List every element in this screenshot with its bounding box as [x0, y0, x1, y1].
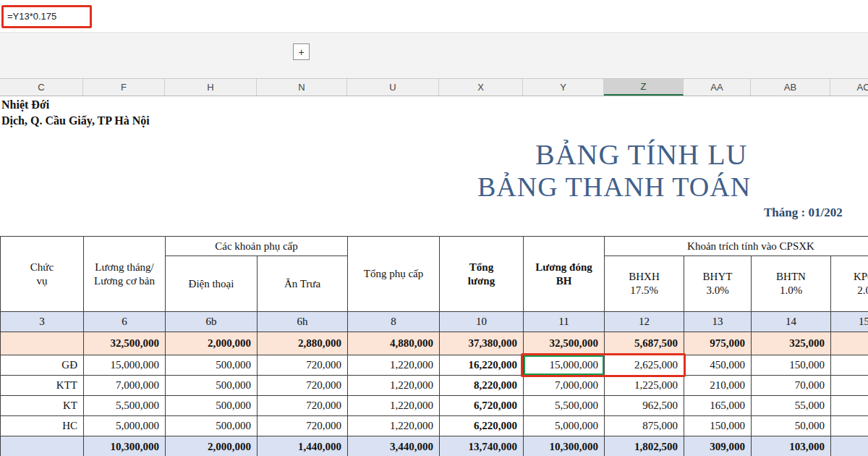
data-cell[interactable]: 6,720,000 — [440, 396, 524, 416]
header-cell[interactable]: KPC2.0 — [831, 256, 868, 312]
data-cell[interactable]: 16,220,000 — [440, 355, 524, 376]
row-label-cell[interactable]: HC — [1, 416, 84, 436]
data-cell[interactable]: 7,000,000 — [524, 376, 605, 396]
column-header-u[interactable]: U — [347, 79, 439, 96]
column-header-n[interactable]: N — [257, 79, 347, 96]
data-cell[interactable]: 5,687,500 — [605, 332, 684, 355]
data-cell[interactable]: 500,000 — [166, 376, 258, 396]
data-cell[interactable]: 55,000 — [752, 396, 831, 416]
data-cell[interactable]: 875,000 — [605, 416, 684, 436]
data-cell[interactable]: 10,300,000 — [84, 436, 166, 456]
header-luong-thang[interactable]: Lương tháng/Lương cơ bản — [84, 237, 166, 312]
column-number-cell[interactable]: 6 — [84, 312, 166, 332]
data-cell[interactable]: 450,000 — [684, 355, 752, 376]
data-cell[interactable]: 165,000 — [684, 396, 752, 416]
column-number-cell[interactable]: 12 — [605, 312, 684, 332]
column-header-h[interactable]: H — [165, 79, 257, 96]
data-cell[interactable]: 1,220,000 — [348, 416, 440, 436]
column-header-f[interactable]: F — [83, 79, 165, 96]
data-cell[interactable]: 32,500,000 — [524, 332, 605, 355]
data-cell[interactable]: 3,440,000 — [348, 436, 440, 456]
data-cell[interactable]: 720,000 — [258, 396, 348, 416]
data-cell[interactable]: 11 — [831, 396, 868, 416]
data-cell[interactable]: 2,000,000 — [166, 436, 258, 456]
data-cell[interactable]: 720,000 — [258, 416, 348, 436]
data-cell[interactable]: 2,000,000 — [166, 332, 258, 355]
row-label-cell[interactable] — [1, 436, 84, 456]
data-cell[interactable] — [831, 436, 868, 456]
salary-table[interactable]: ChứcvụLương tháng/Lương cơ bảnCác khoản … — [0, 236, 868, 456]
data-cell[interactable]: 5,500,000 — [84, 396, 166, 416]
header-cell[interactable]: BHXH17.5% — [605, 256, 684, 312]
header-group-khoan-trich[interactable]: Khoản trích tính vào CPSXK — [605, 237, 868, 256]
data-cell[interactable]: 500,000 — [166, 396, 258, 416]
data-cell[interactable]: 32,500,000 — [84, 332, 166, 355]
header-tong-phu-cap[interactable]: Tổng phụ cấp — [348, 237, 440, 312]
data-cell[interactable]: 150,000 — [684, 416, 752, 436]
data-cell[interactable]: 1,225,000 — [605, 376, 684, 396]
data-cell[interactable]: 103,000 — [752, 436, 831, 456]
data-cell[interactable]: 15,000,000 — [84, 355, 166, 376]
add-button[interactable]: + — [293, 43, 310, 60]
header-chuc-vu[interactable]: Chứcvụ — [1, 237, 84, 312]
row-label-cell[interactable] — [1, 332, 84, 355]
data-cell[interactable]: 325,000 — [752, 332, 831, 355]
data-cell[interactable]: 7,000,000 — [84, 376, 166, 396]
data-cell[interactable]: 37,380,000 — [440, 332, 524, 355]
column-number-cell[interactable]: 6h — [258, 312, 348, 332]
column-header-z[interactable]: Z — [604, 79, 684, 96]
data-cell[interactable]: 50,000 — [752, 416, 831, 436]
data-cell[interactable]: 15,000,000 — [524, 355, 605, 376]
data-cell[interactable]: 6,220,000 — [440, 416, 524, 436]
data-cell[interactable]: 8,220,000 — [440, 376, 524, 396]
column-header-strip[interactable]: CFHNUXYZAAABAC — [0, 78, 868, 96]
data-cell[interactable]: 500,000 — [166, 355, 258, 376]
data-cell[interactable]: 5,500,000 — [524, 396, 605, 416]
formula-text[interactable]: =Y13*0.175 — [7, 11, 56, 22]
data-cell[interactable]: 30 — [831, 355, 868, 376]
data-cell[interactable]: 962,500 — [605, 396, 684, 416]
data-cell[interactable]: 1,802,500 — [605, 436, 684, 456]
column-number-cell[interactable]: 10 — [440, 312, 524, 332]
data-cell[interactable]: 150,000 — [752, 355, 831, 376]
data-cell[interactable]: 10,300,000 — [524, 436, 605, 456]
row-label-cell[interactable]: KTT — [1, 376, 84, 396]
data-cell[interactable]: 1,220,000 — [348, 355, 440, 376]
data-cell[interactable]: 4,880,000 — [348, 332, 440, 355]
header-cell[interactable]: BHTN1.0% — [752, 256, 831, 312]
column-number-cell[interactable]: 14 — [752, 312, 831, 332]
header-cell[interactable]: BHYT3.0% — [684, 256, 752, 312]
column-number-cell[interactable]: 6b — [166, 312, 258, 332]
data-cell[interactable]: 650 — [831, 332, 868, 355]
header-tong-luong[interactable]: Tổnglương — [440, 237, 524, 312]
header-luong-dong-bh[interactable]: Lương đóngBH — [524, 237, 605, 312]
column-header-c[interactable]: C — [0, 79, 83, 96]
column-header-aa[interactable]: AA — [684, 79, 751, 96]
column-number-cell[interactable]: 3 — [1, 312, 84, 332]
data-cell[interactable]: 1,440,000 — [258, 436, 348, 456]
column-number-cell[interactable]: 11 — [524, 312, 605, 332]
data-cell[interactable]: 5,000,000 — [524, 416, 605, 436]
header-cell[interactable]: Điện thoại — [166, 256, 258, 312]
data-cell[interactable]: 70,000 — [752, 376, 831, 396]
data-cell[interactable]: 13,740,000 — [440, 436, 524, 456]
header-cell[interactable]: Ăn Trưa — [258, 256, 348, 312]
data-cell[interactable]: 1,220,000 — [348, 376, 440, 396]
row-label-cell[interactable]: KT — [1, 396, 84, 416]
column-header-y[interactable]: Y — [523, 79, 604, 96]
data-cell[interactable]: 5,000,000 — [84, 416, 166, 436]
data-cell[interactable]: 1,220,000 — [348, 396, 440, 416]
data-cell[interactable]: 720,000 — [258, 355, 348, 376]
column-header-ac[interactable]: AC — [830, 79, 868, 96]
column-header-ab[interactable]: AB — [751, 79, 830, 96]
data-cell[interactable]: 975,000 — [684, 332, 752, 355]
column-number-cell[interactable]: 15 — [831, 312, 868, 332]
column-number-cell[interactable]: 8 — [348, 312, 440, 332]
data-cell[interactable]: 14 — [831, 376, 868, 396]
data-cell[interactable]: 309,000 — [684, 436, 752, 456]
row-label-cell[interactable]: GĐ — [1, 355, 84, 376]
data-cell[interactable]: 2,625,000 — [605, 355, 684, 376]
data-cell[interactable]: 210,000 — [684, 376, 752, 396]
column-number-cell[interactable]: 13 — [684, 312, 752, 332]
data-cell[interactable]: 2,880,000 — [258, 332, 348, 355]
